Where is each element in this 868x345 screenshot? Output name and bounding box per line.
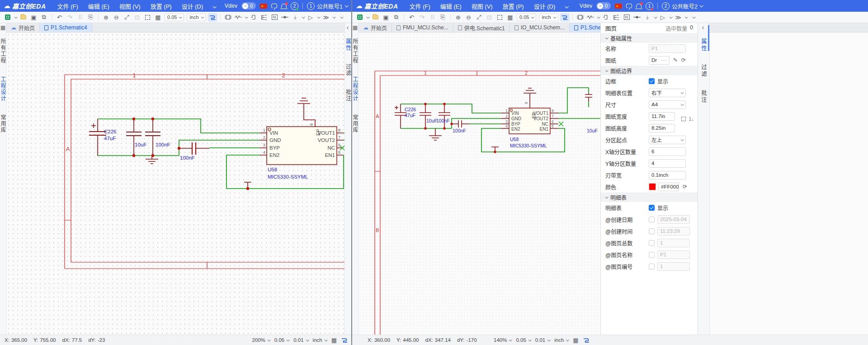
place-bus-button[interactable] (612, 13, 621, 22)
sheet-input[interactable]: Dr··· (649, 56, 670, 65)
sidebar-tab-common-library[interactable]: 常用库 (0, 114, 7, 133)
sidebar-tab-all-projects[interactable]: 所有工程 (351, 38, 359, 64)
value-100nf[interactable]: 100nF (436, 118, 450, 123)
sidebar-tab-project-design[interactable]: 工程设计 (0, 76, 7, 102)
zoom-level-dropdown[interactable]: 200% (252, 337, 269, 343)
save-as-button[interactable]: ⧉ (392, 13, 401, 22)
chat-icon[interactable] (271, 4, 277, 8)
zoom-region-button[interactable]: ⊡ (132, 13, 142, 22)
gnd-symbol[interactable] (146, 156, 158, 164)
panel-tab-properties[interactable]: 属性 (699, 38, 708, 52)
cn-flag-icon[interactable]: ★ (615, 4, 622, 9)
zoom-out-button[interactable]: ⊖ (464, 13, 473, 22)
save-button[interactable]: ▣ (29, 13, 38, 22)
coin-badge[interactable]: ⌁ 0 (241, 2, 256, 9)
refresh-icon[interactable]: ⟳ (681, 57, 686, 63)
band-width-input[interactable]: 0.1inch (649, 171, 686, 180)
refdes-c226[interactable]: C226 (405, 107, 416, 112)
zoom-in-button[interactable]: ⊕ (101, 13, 111, 22)
place-power-button[interactable]: ⏚ (291, 13, 300, 22)
sheet-more-button[interactable]: ··· (661, 58, 667, 63)
sheet-size-select[interactable]: A4 (649, 100, 686, 109)
refdes-c226[interactable]: C226 (104, 129, 117, 134)
name-input[interactable]: P1 (649, 44, 686, 53)
place-power-button[interactable]: ⏚ (643, 13, 652, 22)
grid-icon[interactable]: ▦ (573, 337, 578, 344)
paste-button[interactable]: ⎘ (438, 13, 448, 22)
wire-tool-button[interactable] (208, 13, 217, 22)
value-10uf[interactable]: 10uF (426, 118, 437, 123)
open-file-button[interactable] (19, 13, 28, 22)
zoom-fit-button[interactable]: ⤢ (122, 13, 132, 22)
design-manager-chevron-icon[interactable] (365, 13, 370, 22)
place-gate-chevron-icon[interactable] (669, 13, 673, 22)
panel-tab-filter[interactable]: 过滤 (699, 64, 708, 77)
menu-more-chevron-icon[interactable] (560, 3, 573, 9)
grid-dropdown[interactable]: 0.05 (516, 337, 530, 343)
zoom-in-button[interactable]: ⊕ (453, 13, 463, 22)
panel-tab-properties[interactable]: 属性 (344, 38, 352, 51)
section-basic-properties[interactable]: 基础属性 (601, 33, 698, 43)
capacitor-100nf[interactable] (145, 119, 160, 156)
page-number-checkbox[interactable] (649, 264, 655, 269)
page-name-input[interactable]: P1 (657, 250, 690, 259)
array-button[interactable]: ⠿ (428, 13, 437, 22)
gnd-symbol[interactable] (429, 128, 442, 140)
unit-dropdown[interactable]: inch (539, 14, 558, 21)
undo-button[interactable]: ↶ (55, 13, 64, 22)
create-time-checkbox[interactable] (649, 228, 655, 234)
grid-toggle-button[interactable]: ▦ (505, 13, 515, 22)
value-10uf[interactable]: 10uF (135, 142, 146, 147)
menu-file[interactable]: 文件 (F) (52, 2, 83, 10)
collaborator-avatar[interactable]: 1 (646, 2, 653, 10)
select-tool-button[interactable] (495, 13, 505, 22)
title-block-show-checkbox[interactable] (649, 205, 655, 211)
refdes-u58[interactable]: U58 (510, 137, 519, 142)
panel-tab-filter[interactable]: 过滤 (344, 64, 352, 76)
schematic-canvas-left[interactable]: 1 2 A (6, 33, 344, 335)
capacitor-100nf-byp[interactable] (452, 120, 469, 128)
coin-badge[interactable]: ⌁ 0 (596, 2, 611, 9)
place-gate-button[interactable]: ▷ (306, 13, 316, 22)
menu-design[interactable]: 设计 (D) (529, 2, 561, 10)
grid-size-dropdown[interactable]: 0.05 (517, 14, 536, 21)
page-total-checkbox[interactable] (649, 240, 655, 246)
more-tools-chevron-icon[interactable] (689, 13, 698, 22)
part-mic5330[interactable]: MIC5330-SSYML (510, 143, 547, 148)
menu-more-chevron-icon[interactable] (208, 3, 221, 9)
grid-size-dropdown[interactable]: 0.05 (165, 14, 184, 21)
menu-edit[interactable]: 编辑 (E) (435, 2, 467, 10)
color-swatch[interactable] (649, 183, 656, 190)
part-mic5330[interactable]: MIC5330-SSYML (268, 174, 308, 180)
menu-place[interactable]: 放置 (P) (146, 2, 177, 10)
grid-dropdown[interactable]: 0.05 (274, 337, 289, 343)
menu-view[interactable]: 视图 (V) (114, 2, 146, 10)
x-zones-input[interactable]: 6 (649, 147, 686, 156)
place-bus-entry-chevron-icon[interactable] (684, 13, 688, 22)
value-100nf-byp[interactable]: 100nF (453, 128, 466, 133)
zone-origin-select[interactable]: 左上 (649, 136, 686, 144)
place-power-chevron-icon[interactable] (653, 13, 657, 22)
snap-dropdown[interactable]: 0.01 (535, 337, 550, 343)
zoom-fit-button[interactable]: ⤢ (474, 13, 484, 22)
section-title-block[interactable]: 明细表 (601, 193, 698, 202)
refresh-icon[interactable]: ⟳ (683, 184, 687, 190)
redo-button[interactable]: ↷ (65, 13, 75, 22)
capacitor-100nf-byp[interactable] (179, 142, 209, 155)
place-net-port-button[interactable] (601, 13, 611, 22)
schematic-canvas-right[interactable]: 1 2 A B (359, 33, 600, 335)
place-resistor-button[interactable] (586, 13, 595, 22)
tab-fmu-mcu[interactable]: FMU_MCU.Sche... (392, 23, 453, 32)
sidebar-tab-common-library[interactable]: 常用库 (351, 114, 359, 133)
wire-tool-button[interactable] (560, 13, 570, 22)
place-gate-button[interactable]: ▷ (658, 13, 668, 22)
design-manager-button[interactable] (355, 13, 364, 22)
zoom-level-dropdown[interactable]: 140% (494, 337, 511, 343)
collaborator-avatar[interactable]: 2 (291, 2, 298, 10)
panel-pin-icon[interactable] (345, 23, 351, 32)
swap-dimensions-icon[interactable]: 1↓ (689, 116, 694, 122)
bell-icon[interactable] (636, 4, 642, 8)
place-power-chevron-icon[interactable] (301, 13, 305, 22)
more-tools-chevron-icon[interactable] (337, 13, 346, 22)
redo-button[interactable]: ↷ (417, 13, 427, 22)
